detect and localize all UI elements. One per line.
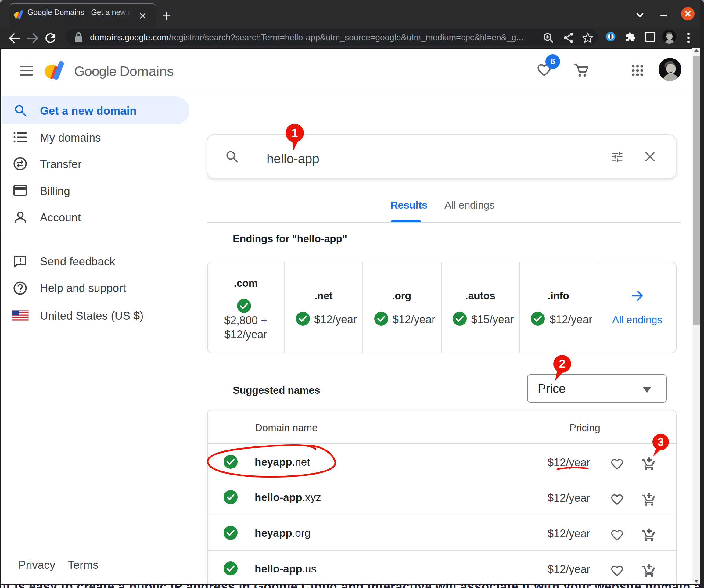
svg-text:2: 2 [559,357,565,370]
svg-text:3: 3 [658,436,664,448]
svg-text:1: 1 [291,127,298,139]
